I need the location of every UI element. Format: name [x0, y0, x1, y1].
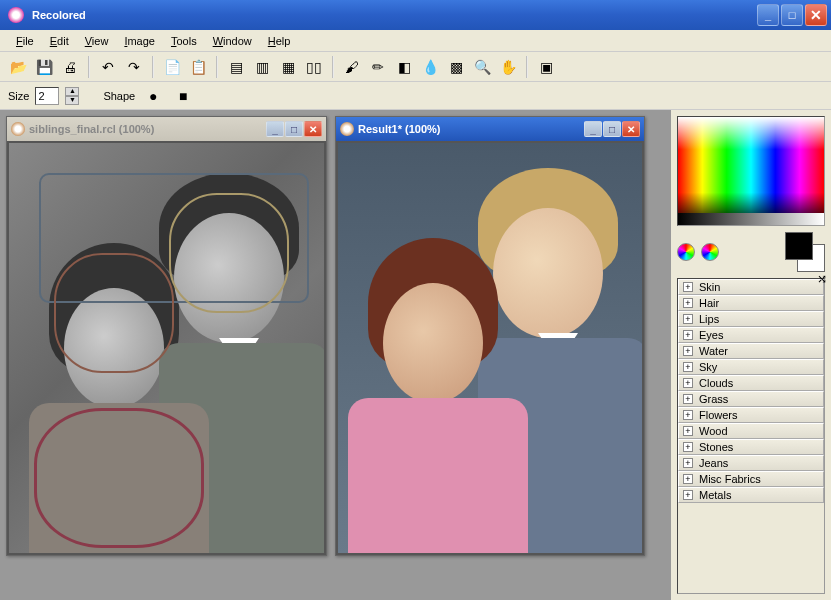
expand-icon[interactable]: +	[683, 362, 693, 372]
palette-list: +Skin+Hair+Lips+Eyes+Water+Sky+Clouds+Gr…	[677, 278, 825, 594]
menu-tools[interactable]: Tools	[163, 33, 205, 49]
doc-window-result: Result1* (100%) _ □ ✕	[335, 116, 645, 556]
palette-grass[interactable]: +Grass	[678, 391, 824, 407]
expand-icon[interactable]: +	[683, 394, 693, 404]
paste-icon[interactable]: 📋	[186, 55, 210, 79]
palette-skin[interactable]: +Skin	[678, 279, 824, 295]
window-buttons: _ □ ✕	[757, 4, 827, 26]
save-icon[interactable]: 💾	[32, 55, 56, 79]
doc-titlebar-source[interactable]: siblings_final.rcl (100%) _ □ ✕	[7, 117, 326, 141]
palette-label: Grass	[699, 393, 728, 405]
palette-flowers[interactable]: +Flowers	[678, 407, 824, 423]
workspace: siblings_final.rcl (100%) _ □ ✕	[0, 110, 831, 600]
brush-icon[interactable]: 🖌	[340, 55, 364, 79]
palette-stones[interactable]: +Stones	[678, 439, 824, 455]
menu-file[interactable]: File	[8, 33, 42, 49]
doc-icon	[340, 122, 354, 136]
palette-water[interactable]: +Water	[678, 343, 824, 359]
doc-titlebar-result[interactable]: Result1* (100%) _ □ ✕	[336, 117, 644, 141]
expand-icon[interactable]: +	[683, 490, 693, 500]
tile-h-icon[interactable]: ▤	[224, 55, 248, 79]
doc-min[interactable]: _	[266, 121, 284, 137]
app-title: Recolored	[28, 9, 757, 21]
doc-min[interactable]: _	[584, 121, 602, 137]
palette-label: Metals	[699, 489, 731, 501]
palette-wood[interactable]: +Wood	[678, 423, 824, 439]
palette-hair[interactable]: +Hair	[678, 295, 824, 311]
shape-circle[interactable]: ●	[141, 84, 165, 108]
expand-icon[interactable]: +	[683, 298, 693, 308]
close-button[interactable]: ✕	[805, 4, 827, 26]
doc-max[interactable]: □	[603, 121, 621, 137]
palette-label: Eyes	[699, 329, 723, 341]
expand-icon[interactable]: +	[683, 378, 693, 388]
menu-edit[interactable]: Edit	[42, 33, 77, 49]
fg-swatch[interactable]	[785, 232, 813, 260]
tile-v-icon[interactable]: ▥	[250, 55, 274, 79]
swap-colors-icon[interactable]: ⤭	[817, 272, 827, 286]
menubar: File Edit View Image Tools Window Help	[0, 30, 831, 52]
colorize-icon[interactable]: ▣	[534, 55, 558, 79]
palette-jeans[interactable]: +Jeans	[678, 455, 824, 471]
toolbar: 📂💾🖨↶↷📄📋▤▥▦▯▯🖌✏◧💧▩🔍✋▣	[0, 52, 831, 82]
doc-close[interactable]: ✕	[622, 121, 640, 137]
mdi-area: siblings_final.rcl (100%) _ □ ✕	[0, 110, 671, 600]
magnify-icon[interactable]: 🔍	[470, 55, 494, 79]
size-up[interactable]: ▲	[65, 87, 79, 96]
doc-window-source: siblings_final.rcl (100%) _ □ ✕	[6, 116, 327, 556]
color-wheel-1[interactable]	[677, 243, 695, 261]
doc-max[interactable]: □	[285, 121, 303, 137]
doc-close[interactable]: ✕	[304, 121, 322, 137]
cascade-icon[interactable]: ▦	[276, 55, 300, 79]
size-down[interactable]: ▼	[65, 96, 79, 105]
palette-metals[interactable]: +Metals	[678, 487, 824, 503]
eraser-icon[interactable]: ◧	[392, 55, 416, 79]
expand-icon[interactable]: +	[683, 346, 693, 356]
minimize-button[interactable]: _	[757, 4, 779, 26]
expand-icon[interactable]: +	[683, 410, 693, 420]
print-icon[interactable]: 🖨	[58, 55, 82, 79]
palette-clouds[interactable]: +Clouds	[678, 375, 824, 391]
palette-label: Skin	[699, 281, 720, 293]
fill-icon[interactable]: ▩	[444, 55, 468, 79]
color-spectrum[interactable]	[677, 116, 825, 226]
doc-icon	[11, 122, 25, 136]
menu-view[interactable]: View	[77, 33, 117, 49]
undo-icon[interactable]: ↶	[96, 55, 120, 79]
doc-canvas-source[interactable]	[7, 141, 326, 555]
menu-image[interactable]: Image	[116, 33, 163, 49]
expand-icon[interactable]: +	[683, 442, 693, 452]
copy-icon[interactable]: 📄	[160, 55, 184, 79]
palette-label: Clouds	[699, 377, 733, 389]
expand-icon[interactable]: +	[683, 458, 693, 468]
expand-icon[interactable]: +	[683, 282, 693, 292]
pencil-icon[interactable]: ✏	[366, 55, 390, 79]
expand-icon[interactable]: +	[683, 314, 693, 324]
doc-canvas-result[interactable]	[336, 141, 644, 555]
palette-misc-fabrics[interactable]: +Misc Fabrics	[678, 471, 824, 487]
redo-icon[interactable]: ↷	[122, 55, 146, 79]
menu-help[interactable]: Help	[260, 33, 299, 49]
size-input[interactable]	[35, 87, 59, 105]
shape-square[interactable]: ■	[171, 84, 195, 108]
titlebar: Recolored _ □ ✕	[0, 0, 831, 30]
expand-icon[interactable]: +	[683, 474, 693, 484]
eyedropper-icon[interactable]: 💧	[418, 55, 442, 79]
expand-icon[interactable]: +	[683, 330, 693, 340]
hand-icon[interactable]: ✋	[496, 55, 520, 79]
open-icon[interactable]: 📂	[6, 55, 30, 79]
palette-label: Hair	[699, 297, 719, 309]
palette-label: Misc Fabrics	[699, 473, 761, 485]
palette-lips[interactable]: +Lips	[678, 311, 824, 327]
palette-eyes[interactable]: +Eyes	[678, 327, 824, 343]
palette-label: Jeans	[699, 457, 728, 469]
swatch-row: ⤭	[677, 232, 825, 272]
maximize-button[interactable]: □	[781, 4, 803, 26]
palette-sky[interactable]: +Sky	[678, 359, 824, 375]
app-icon	[8, 7, 24, 23]
color-wheel-2[interactable]	[701, 243, 719, 261]
palette-label: Lips	[699, 313, 719, 325]
menu-window[interactable]: Window	[205, 33, 260, 49]
columns-icon[interactable]: ▯▯	[302, 55, 326, 79]
expand-icon[interactable]: +	[683, 426, 693, 436]
